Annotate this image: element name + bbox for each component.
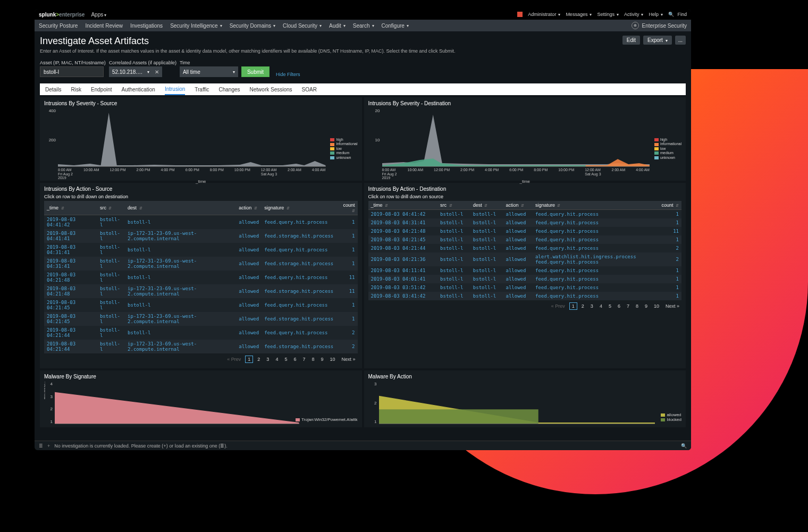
pager-page[interactable]: 5 bbox=[607, 303, 613, 309]
navbar: Security PostureIncident ReviewInvestiga… bbox=[35, 20, 691, 31]
pager-page[interactable]: 7 bbox=[300, 356, 307, 362]
col-action[interactable]: action ⇵ bbox=[503, 201, 532, 210]
nav-cloud-security[interactable]: Cloud Security▾ bbox=[283, 23, 322, 29]
help-menu[interactable]: Help▾ bbox=[649, 12, 663, 17]
col-signature[interactable]: signature ⇵ bbox=[533, 201, 655, 210]
pager-page[interactable]: 2 bbox=[255, 356, 262, 362]
settings-menu[interactable]: Settings▾ bbox=[597, 12, 619, 17]
col-_time[interactable]: _time ⇵ bbox=[44, 201, 97, 215]
tab-traffic[interactable]: Traffic bbox=[195, 85, 209, 95]
tab-network-sessions[interactable]: Network Sessions bbox=[250, 85, 292, 95]
pager-next[interactable]: Next » bbox=[339, 356, 357, 362]
tab-changes[interactable]: Changes bbox=[219, 85, 240, 95]
table-row[interactable]: 2019-08-03 04:21:44bstoll-lbstoll-lallow… bbox=[368, 244, 682, 252]
pager-page[interactable]: 4 bbox=[273, 356, 280, 362]
table-row[interactable]: 2019-08-03 04:21:48bstoll-lip-172-31-23-… bbox=[44, 284, 358, 298]
pager-prev[interactable]: « Prev bbox=[225, 356, 243, 362]
export-button[interactable]: Export ▾ bbox=[643, 36, 672, 45]
table-row[interactable]: 2019-08-03 04:21:44bstoll-lip-172-31-23-… bbox=[44, 340, 358, 353]
alert-indicator[interactable] bbox=[517, 12, 523, 17]
pager-page[interactable]: 9 bbox=[643, 303, 650, 309]
pager-page[interactable]: 8 bbox=[309, 356, 316, 362]
zoom-icon[interactable]: 🔍 bbox=[681, 443, 687, 449]
pager-page[interactable]: 6 bbox=[616, 303, 622, 309]
table-row[interactable]: 2019-08-03 04:41:42bstoll-lbstoll-lallow… bbox=[368, 210, 682, 219]
pager-page[interactable]: 5 bbox=[282, 356, 289, 362]
pager-page[interactable]: 2 bbox=[579, 303, 586, 309]
tab-risk[interactable]: Risk bbox=[71, 85, 81, 95]
col-signature[interactable]: signature ⇵ bbox=[262, 201, 336, 215]
investigation-bar: ≣ + No investigation is currently loaded… bbox=[35, 441, 691, 450]
tab-details[interactable]: Details bbox=[45, 85, 62, 95]
pager-page[interactable]: 8 bbox=[634, 303, 641, 309]
nav-audit[interactable]: Audit▾ bbox=[329, 23, 346, 29]
table-row[interactable]: 2019-08-03 03:51:42bstoll-lbstoll-lallow… bbox=[368, 283, 682, 292]
edit-button[interactable]: Edit bbox=[622, 36, 640, 45]
pager-page[interactable]: 4 bbox=[597, 303, 604, 309]
pager-page[interactable]: 10 bbox=[652, 303, 661, 309]
table-row[interactable]: 2019-08-03 04:21:48bstoll-lbstoll-lallow… bbox=[368, 227, 682, 235]
tabs: DetailsRiskEndpointAuthenticationIntrusi… bbox=[40, 83, 686, 95]
table-row[interactable]: 2019-08-03 04:21:45bstoll-lip-172-31-23-… bbox=[44, 312, 358, 326]
time-select[interactable]: All time▾ bbox=[180, 66, 238, 77]
nav-investigations[interactable]: Investigations bbox=[130, 23, 163, 29]
nav-search[interactable]: Search▾ bbox=[353, 23, 374, 29]
table-row[interactable]: 2019-08-03 04:41:41bstoll-lip-172-31-23-… bbox=[44, 229, 358, 243]
table-row[interactable]: 2019-08-03 03:41:42bstoll-lbstoll-lallow… bbox=[368, 292, 682, 300]
tab-authentication[interactable]: Authentication bbox=[122, 85, 155, 95]
close-icon[interactable]: ✕ bbox=[155, 69, 159, 75]
tab-soar[interactable]: SOAR bbox=[302, 85, 317, 95]
table-row[interactable]: 2019-08-03 04:01:41bstoll-lbstoll-lallow… bbox=[368, 275, 682, 283]
table-row[interactable]: 2019-08-03 04:31:41bstoll-lbstoll-lallow… bbox=[368, 218, 682, 227]
table-row[interactable]: 2019-08-03 04:21:44bstoll-lbstoll-lallow… bbox=[44, 326, 358, 340]
pager-prev[interactable]: « Prev bbox=[549, 303, 567, 309]
nav-security-domains[interactable]: Security Domains▾ bbox=[230, 23, 275, 29]
malware-signature-chart bbox=[55, 382, 299, 424]
nav-configure[interactable]: Configure▾ bbox=[382, 23, 409, 29]
pager-page[interactable]: 1 bbox=[569, 302, 577, 310]
app-brand: Enterprise Security bbox=[642, 23, 687, 29]
table-row[interactable]: 2019-08-03 04:21:36bstoll-lbstoll-lallow… bbox=[368, 252, 682, 266]
table-row[interactable]: 2019-08-03 04:21:48bstoll-lbstoll-lallow… bbox=[44, 271, 358, 284]
pager-page[interactable]: 10 bbox=[327, 356, 337, 362]
plus-icon[interactable]: + bbox=[47, 443, 50, 449]
pager-page[interactable]: 3 bbox=[588, 303, 595, 309]
find-button[interactable]: 🔍 Find bbox=[668, 12, 687, 17]
table-row[interactable]: 2019-08-03 04:11:41bstoll-lbstoll-lallow… bbox=[368, 266, 682, 275]
col-_time[interactable]: _time ⇵ bbox=[368, 201, 438, 210]
messages-menu[interactable]: Messages▾ bbox=[566, 12, 592, 17]
hide-filters-link[interactable]: Hide Filters bbox=[276, 72, 300, 77]
admin-menu[interactable]: Administrator▾ bbox=[528, 12, 560, 17]
col-count[interactable]: count ⇵ bbox=[655, 201, 681, 210]
page-title: Investigate Asset Artifacts bbox=[40, 36, 686, 47]
table-row[interactable]: 2019-08-03 04:21:45bstoll-lbstoll-lallow… bbox=[44, 298, 358, 312]
list-icon[interactable]: ≣ bbox=[39, 443, 43, 449]
pager-next[interactable]: Next » bbox=[663, 303, 681, 309]
pager-page[interactable]: 1 bbox=[245, 356, 253, 363]
col-src[interactable]: src ⇵ bbox=[437, 201, 470, 210]
table-row[interactable]: 2019-08-03 04:31:41bstoll-lbstoll-lallow… bbox=[44, 243, 358, 257]
col-action[interactable]: action ⇵ bbox=[236, 201, 262, 215]
pager-page[interactable]: 9 bbox=[318, 356, 325, 362]
pager-page[interactable]: 7 bbox=[625, 303, 632, 309]
table-row[interactable]: 2019-08-03 04:41:42bstoll-lbstoll-lallow… bbox=[44, 215, 358, 230]
table-row[interactable]: 2019-08-03 04:21:45bstoll-lbstoll-lallow… bbox=[368, 235, 682, 244]
asset-input[interactable] bbox=[40, 66, 104, 77]
col-dest[interactable]: dest ⇵ bbox=[125, 201, 236, 215]
col-src[interactable]: src ⇵ bbox=[97, 201, 125, 215]
apps-menu[interactable]: Apps▾ bbox=[91, 12, 106, 18]
more-button[interactable]: ... bbox=[675, 36, 686, 45]
nav-incident-review[interactable]: Incident Review bbox=[85, 23, 123, 29]
activity-menu[interactable]: Activity▾ bbox=[624, 12, 644, 17]
nav-security-posture[interactable]: Security Posture bbox=[39, 23, 78, 29]
correlated-select[interactable]: 52.10.218.54,0a:18:...▾✕ bbox=[109, 66, 162, 77]
col-count[interactable]: count ⇵ bbox=[336, 201, 357, 215]
table-row[interactable]: 2019-08-03 04:31:41bstoll-lip-172-31-23-… bbox=[44, 257, 358, 271]
submit-button[interactable]: Submit bbox=[241, 66, 270, 77]
tab-intrusion[interactable]: Intrusion bbox=[165, 84, 185, 95]
tab-endpoint[interactable]: Endpoint bbox=[91, 85, 112, 95]
nav-security-intelligence[interactable]: Security Intelligence▾ bbox=[170, 23, 222, 29]
pager-page[interactable]: 6 bbox=[291, 356, 298, 362]
col-dest[interactable]: dest ⇵ bbox=[470, 201, 503, 210]
pager-page[interactable]: 3 bbox=[264, 356, 271, 362]
